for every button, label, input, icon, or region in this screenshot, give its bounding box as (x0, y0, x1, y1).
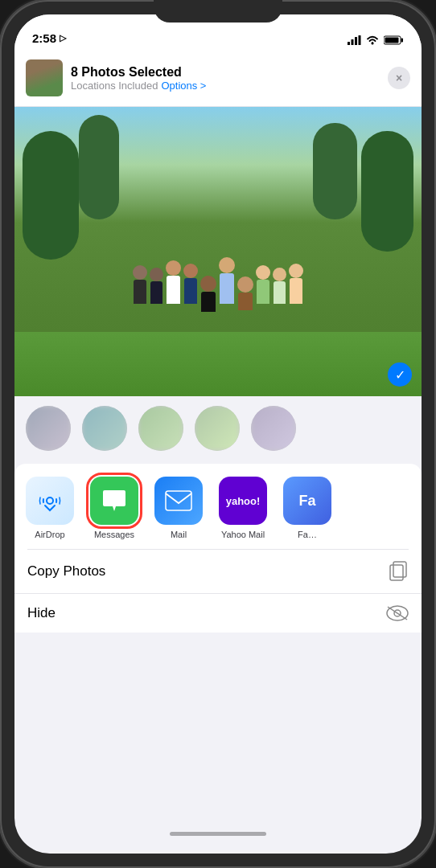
person-8 (256, 265, 270, 304)
messages-icon (90, 477, 138, 525)
notch (154, 0, 282, 23)
share-app-more[interactable]: Fa Fa… (283, 477, 331, 539)
svg-point-8 (47, 497, 53, 504)
selection-thumbnail (26, 59, 63, 96)
svg-rect-6 (401, 39, 404, 43)
mail-icon (154, 477, 203, 525)
contact-avatar-1 (26, 406, 71, 451)
svg-rect-10 (390, 565, 403, 580)
person-6 (219, 257, 235, 304)
hide-left: Hide (27, 605, 56, 621)
person-3 (166, 260, 181, 304)
contact-item-4[interactable] (195, 406, 240, 454)
hide-icon (386, 605, 409, 621)
contact-item-3[interactable] (138, 406, 183, 454)
svg-rect-0 (348, 42, 350, 45)
person-2 (150, 268, 163, 304)
contact-item-2[interactable] (82, 406, 127, 454)
svg-rect-2 (355, 37, 357, 45)
time-display: 2:58 (32, 31, 56, 45)
action-hide[interactable]: Hide (14, 594, 422, 633)
signal-icon (348, 35, 361, 45)
yahoo-label: Yahoo Mail (221, 530, 265, 539)
photo-header: 8 Photos Selected Locations Included Opt… (14, 50, 422, 107)
photo-grass (14, 332, 422, 396)
share-app-yahoo[interactable]: yahoo! Yahoo Mail (219, 477, 267, 539)
options-link[interactable]: Options > (161, 80, 206, 92)
phone-frame: 2:58 ▷ (0, 0, 436, 868)
airdrop-svg (37, 488, 63, 514)
person-5 (200, 276, 216, 312)
tree-right (361, 131, 413, 252)
photo-subtitle: Locations Included Options > (71, 80, 206, 92)
svg-line-14 (388, 607, 407, 620)
selection-checkmark: ✓ (388, 362, 412, 387)
more-icon: Fa (283, 477, 331, 525)
yahoo-icon: yahoo! (219, 477, 267, 525)
tree-mid-left (79, 115, 119, 219)
svg-point-4 (372, 43, 374, 45)
yahoo-text: yahoo! (226, 495, 261, 507)
contacts-row (14, 396, 422, 464)
share-app-mail[interactable]: Mail (154, 477, 203, 539)
airdrop-icon (26, 477, 74, 525)
svg-rect-3 (359, 35, 361, 45)
phone-screen: 2:58 ▷ (14, 14, 422, 854)
person-4 (183, 264, 198, 304)
location-icon: ▷ (60, 33, 66, 43)
svg-rect-11 (393, 562, 406, 577)
contact-avatar-2 (82, 406, 127, 451)
tree-left (23, 131, 79, 260)
battery-icon (384, 35, 404, 45)
close-button[interactable]: × (388, 67, 410, 89)
copy-photos-left: Copy Photos (27, 563, 105, 579)
hide-label: Hide (27, 605, 56, 621)
contact-avatar-4 (195, 406, 240, 451)
svg-rect-9 (166, 491, 191, 510)
mail-svg (165, 490, 192, 511)
contact-avatar-3 (138, 406, 183, 451)
person-7 (237, 276, 253, 310)
photo-count-label: 8 Photos Selected (71, 65, 206, 80)
photo-info: 8 Photos Selected Locations Included Opt… (71, 65, 206, 92)
copy-icon (389, 561, 409, 582)
svg-rect-1 (352, 39, 354, 45)
photo-header-left: 8 Photos Selected Locations Included Opt… (26, 59, 206, 96)
status-time: 2:58 ▷ (32, 31, 66, 45)
wifi-icon (366, 35, 379, 45)
locations-label: Locations Included (71, 80, 158, 92)
svg-rect-7 (385, 38, 399, 43)
airdrop-label: AirDrop (35, 530, 64, 539)
person-9 (273, 268, 286, 304)
contact-item-5[interactable] (251, 406, 296, 454)
messages-label: Messages (94, 530, 134, 539)
home-indicator[interactable] (170, 832, 266, 836)
contact-item-1[interactable] (26, 406, 71, 454)
more-label: Fa… (298, 530, 317, 539)
share-app-messages[interactable]: Messages (90, 477, 138, 539)
main-photo: ✓ (14, 107, 422, 396)
tree-mid-right (313, 123, 357, 219)
person-1 (133, 265, 147, 304)
action-copy-photos[interactable]: Copy Photos (14, 550, 422, 594)
copy-photos-label: Copy Photos (27, 563, 105, 579)
share-apps-row: AirDrop Messages (14, 464, 422, 549)
messages-svg (101, 489, 127, 513)
status-icons (348, 35, 404, 45)
mail-label: Mail (171, 530, 187, 539)
contact-avatar-5 (251, 406, 296, 451)
person-10 (289, 264, 303, 304)
share-sheet: AirDrop Messages (14, 464, 422, 633)
share-app-airdrop[interactable]: AirDrop (26, 477, 74, 539)
